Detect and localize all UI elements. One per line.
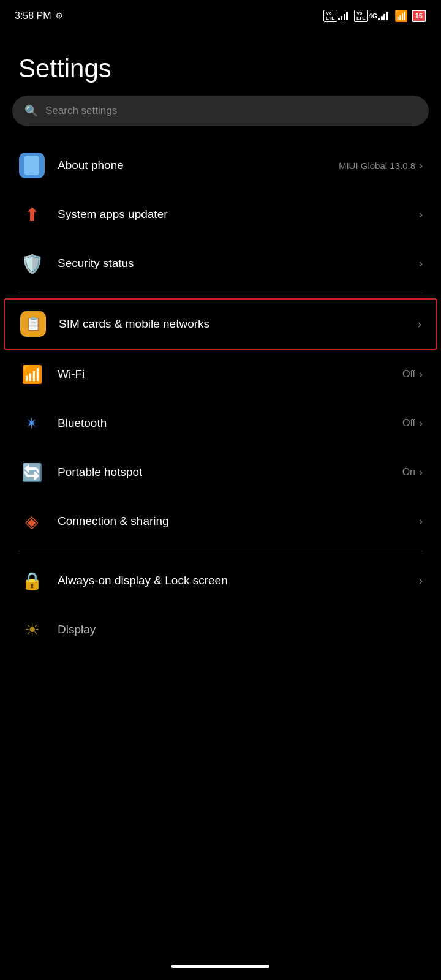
settings-item-portable-hotspot[interactable]: 🔄 Portable hotspot On › xyxy=(0,448,441,497)
settings-item-bluetooth[interactable]: ✴ Bluetooth Off › xyxy=(0,399,441,448)
volte-4g-icon: VoLTE 4G xyxy=(354,10,388,22)
search-bar[interactable]: 🔍 Search settings xyxy=(12,96,429,126)
hotspot-icon: 🔄 xyxy=(18,459,45,486)
settings-item-connection-sharing[interactable]: ◈ Connection & sharing › xyxy=(0,497,441,546)
settings-item-security-status[interactable]: 🛡️ Security status › xyxy=(0,239,441,288)
settings-item-display[interactable]: ☀ Display xyxy=(0,605,441,654)
hotspot-label: Portable hotspot xyxy=(58,466,142,479)
security-status-chevron: › xyxy=(419,257,423,270)
about-phone-icon xyxy=(18,152,45,179)
signal-bars-2 xyxy=(378,12,388,20)
settings-item-always-on-display[interactable]: 🔒 Always-on display & Lock screen › xyxy=(0,556,441,605)
system-apps-label: System apps updater xyxy=(58,208,168,221)
bluetooth-label: Bluetooth xyxy=(58,417,107,430)
wifi-status: Off xyxy=(402,369,415,380)
hotspot-chevron: › xyxy=(419,466,423,479)
wifi-status-icon: 📶 xyxy=(394,9,408,23)
bluetooth-icon: ✴ xyxy=(18,410,45,437)
display-icon: ☀ xyxy=(18,616,45,643)
about-phone-sublabel: MIUI Global 13.0.8 xyxy=(339,160,415,171)
connection-icon: ◈ xyxy=(18,508,45,535)
wifi-chevron: › xyxy=(419,368,423,381)
search-icon: 🔍 xyxy=(24,104,38,118)
hotspot-status: On xyxy=(402,467,415,478)
bottom-nav xyxy=(0,959,441,980)
divider-2 xyxy=(18,551,423,551)
status-time: 3:58 PM ⚙ xyxy=(15,10,63,21)
display-label: Display xyxy=(58,623,96,636)
settings-item-about-phone[interactable]: About phone MIUI Global 13.0.8 › xyxy=(0,141,441,190)
system-apps-chevron: › xyxy=(419,208,423,221)
status-bar: 3:58 PM ⚙ VoLTE VoLTE 4G 📶 xyxy=(0,0,441,29)
system-apps-icon: ⬆ xyxy=(18,201,45,228)
wifi-icon: 📶 xyxy=(18,361,45,388)
security-icon: 🛡️ xyxy=(18,250,45,277)
about-phone-chevron: › xyxy=(419,159,423,172)
status-icons: VoLTE VoLTE 4G 📶 15 xyxy=(323,9,426,23)
gear-icon: ⚙ xyxy=(55,10,63,21)
always-on-display-chevron: › xyxy=(419,575,423,587)
volte-icon-1: VoLTE xyxy=(323,10,348,22)
sim-cards-chevron: › xyxy=(418,318,421,331)
divider-1 xyxy=(18,293,423,293)
sim-cards-label: SIM cards & mobile networks xyxy=(59,317,209,331)
battery-icon: 15 xyxy=(412,10,426,22)
settings-list: About phone MIUI Global 13.0.8 › ⬆ Syste… xyxy=(0,141,441,654)
about-phone-label: About phone xyxy=(58,159,124,172)
settings-item-system-apps-updater[interactable]: ⬆ System apps updater › xyxy=(0,190,441,239)
wifi-label: Wi-Fi xyxy=(58,368,85,381)
settings-item-sim-cards[interactable]: 📋 SIM cards & mobile networks › xyxy=(4,298,437,350)
always-on-display-label: Always-on display & Lock screen xyxy=(58,573,228,589)
bottom-indicator xyxy=(172,965,270,968)
bluetooth-status: Off xyxy=(402,418,415,429)
search-placeholder: Search settings xyxy=(45,105,117,117)
signal-bars-1 xyxy=(338,12,349,20)
sim-cards-icon: 📋 xyxy=(20,311,47,337)
connection-sharing-chevron: › xyxy=(419,515,423,528)
bluetooth-chevron: › xyxy=(419,417,423,430)
connection-sharing-label: Connection & sharing xyxy=(58,514,169,528)
page-title: Settings xyxy=(0,29,441,96)
settings-item-wifi[interactable]: 📶 Wi-Fi Off › xyxy=(0,350,441,399)
lock-icon: 🔒 xyxy=(18,567,45,594)
security-status-label: Security status xyxy=(58,257,134,270)
